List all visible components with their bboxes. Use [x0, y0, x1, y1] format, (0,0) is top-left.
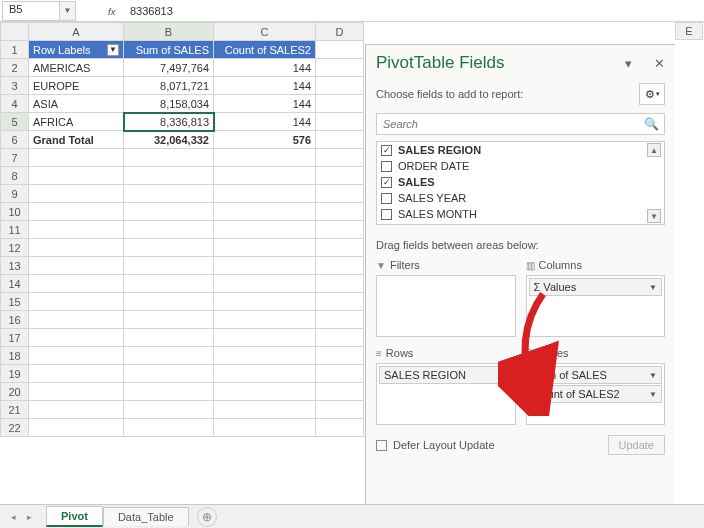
- checkbox-icon[interactable]: [381, 193, 392, 204]
- cell[interactable]: [316, 113, 364, 131]
- pane-menu-icon[interactable]: ▾: [625, 56, 632, 71]
- cell[interactable]: [316, 419, 364, 437]
- cell[interactable]: EUROPE: [29, 77, 124, 95]
- cell[interactable]: [29, 149, 124, 167]
- cell[interactable]: [214, 311, 316, 329]
- cell[interactable]: [316, 41, 364, 59]
- col-header-B[interactable]: B: [124, 23, 214, 41]
- cell[interactable]: [29, 347, 124, 365]
- chevron-down-icon[interactable]: ▼: [649, 371, 657, 380]
- cell[interactable]: AMERICAS: [29, 59, 124, 77]
- gear-icon[interactable]: ⚙▾: [639, 83, 665, 105]
- cell[interactable]: [29, 185, 124, 203]
- cell[interactable]: [29, 365, 124, 383]
- field-list-item[interactable]: ORDER DATE: [377, 158, 664, 174]
- cell[interactable]: [214, 383, 316, 401]
- cell[interactable]: [29, 203, 124, 221]
- scroll-up-icon[interactable]: ▲: [647, 143, 661, 157]
- field-list-item[interactable]: SALES MONTH: [377, 206, 664, 222]
- checkbox-icon[interactable]: ✓: [381, 145, 392, 156]
- rows-area[interactable]: ≡Rows SALES REGION▼: [376, 347, 516, 425]
- row-header[interactable]: 1: [1, 41, 29, 59]
- cell[interactable]: [29, 293, 124, 311]
- tab-nav-next[interactable]: ▸: [22, 510, 36, 524]
- cell[interactable]: 8,071,721: [124, 77, 214, 95]
- cell[interactable]: [29, 401, 124, 419]
- checkbox-icon[interactable]: [381, 209, 392, 220]
- cell[interactable]: [316, 185, 364, 203]
- cell[interactable]: [29, 383, 124, 401]
- row-header[interactable]: 15: [1, 293, 29, 311]
- cell[interactable]: [124, 257, 214, 275]
- pt-count-header[interactable]: Count of SALES2: [214, 41, 316, 59]
- area-item[interactable]: Sum of SALES▼: [529, 366, 663, 384]
- row-header[interactable]: 7: [1, 149, 29, 167]
- row-header[interactable]: 14: [1, 275, 29, 293]
- cell[interactable]: [316, 131, 364, 149]
- cell[interactable]: [214, 365, 316, 383]
- cell[interactable]: [124, 401, 214, 419]
- row-header[interactable]: 5: [1, 113, 29, 131]
- checkbox-icon[interactable]: ✓: [381, 177, 392, 188]
- row-header[interactable]: 6: [1, 131, 29, 149]
- cell[interactable]: [214, 275, 316, 293]
- field-list-item[interactable]: ✓SALES REGION: [377, 142, 664, 158]
- name-box-dropdown[interactable]: ▼: [60, 1, 76, 21]
- cell[interactable]: [214, 401, 316, 419]
- cell[interactable]: [214, 347, 316, 365]
- cell[interactable]: [29, 257, 124, 275]
- cell[interactable]: Grand Total: [29, 131, 124, 149]
- cell[interactable]: [316, 95, 364, 113]
- cell[interactable]: 576: [214, 131, 316, 149]
- chevron-down-icon[interactable]: ▼: [649, 390, 657, 399]
- close-icon[interactable]: ✕: [654, 56, 665, 71]
- row-header[interactable]: 12: [1, 239, 29, 257]
- cell[interactable]: [124, 311, 214, 329]
- row-header[interactable]: 3: [1, 77, 29, 95]
- select-all-corner[interactable]: [1, 23, 29, 41]
- cell[interactable]: [214, 149, 316, 167]
- cell[interactable]: [124, 329, 214, 347]
- cell[interactable]: [124, 419, 214, 437]
- pt-rowlabels-header[interactable]: Row Labels▼: [29, 41, 124, 59]
- cell[interactable]: 144: [214, 95, 316, 113]
- row-header[interactable]: 9: [1, 185, 29, 203]
- cell[interactable]: [29, 167, 124, 185]
- sheet-tab-data-table[interactable]: Data_Table: [103, 507, 189, 526]
- cell[interactable]: 7,497,764: [124, 59, 214, 77]
- row-header[interactable]: 10: [1, 203, 29, 221]
- scroll-down-icon[interactable]: ▼: [647, 209, 661, 223]
- cell[interactable]: [214, 257, 316, 275]
- checkbox-icon[interactable]: [381, 161, 392, 172]
- cell[interactable]: [124, 203, 214, 221]
- cell[interactable]: [316, 347, 364, 365]
- col-header-E[interactable]: E: [675, 22, 703, 40]
- grid[interactable]: A B C D 1 Row Labels▼ Sum of SALES Count…: [0, 22, 365, 502]
- cell[interactable]: [124, 185, 214, 203]
- pt-sum-header[interactable]: Sum of SALES: [124, 41, 214, 59]
- filter-dropdown-icon[interactable]: ▼: [107, 44, 119, 56]
- field-list[interactable]: ✓SALES REGIONORDER DATE✓SALESSALES YEARS…: [376, 141, 665, 225]
- cell[interactable]: [316, 167, 364, 185]
- row-header[interactable]: 21: [1, 401, 29, 419]
- row-header[interactable]: 19: [1, 365, 29, 383]
- col-header-A[interactable]: A: [29, 23, 124, 41]
- cell[interactable]: 32,064,332: [124, 131, 214, 149]
- cell[interactable]: [316, 77, 364, 95]
- cell[interactable]: [316, 311, 364, 329]
- cell[interactable]: [214, 221, 316, 239]
- search-input[interactable]: [376, 113, 665, 135]
- cell[interactable]: [316, 365, 364, 383]
- cell[interactable]: 8,158,034: [124, 95, 214, 113]
- row-header[interactable]: 4: [1, 95, 29, 113]
- cell[interactable]: [124, 383, 214, 401]
- cell[interactable]: [316, 275, 364, 293]
- cell[interactable]: [214, 419, 316, 437]
- selected-cell[interactable]: 8,336,813: [124, 113, 214, 131]
- row-header[interactable]: 2: [1, 59, 29, 77]
- fx-icon[interactable]: fx: [106, 2, 124, 20]
- cell[interactable]: [29, 239, 124, 257]
- cell[interactable]: 144: [214, 77, 316, 95]
- cell[interactable]: [214, 185, 316, 203]
- sheet-tab-pivot[interactable]: Pivot: [46, 506, 103, 527]
